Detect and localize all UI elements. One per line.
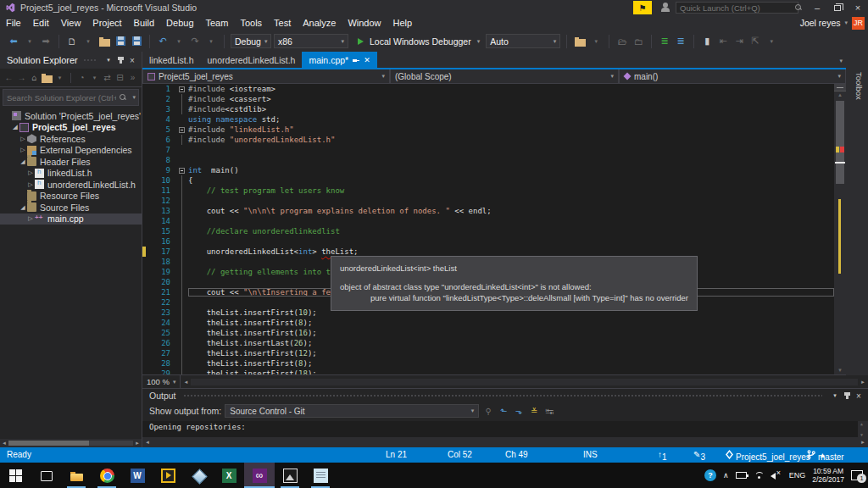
pushes-icon[interactable]: ↑ 1 (658, 450, 662, 459)
code-line-6[interactable]: 6#include "unorderedLinkedList.h" (142, 135, 834, 145)
feedback-flag-icon[interactable]: ⚑ (633, 1, 652, 14)
output-content[interactable]: Opening repositories: (142, 421, 868, 437)
solution-search-box[interactable]: ▾ (3, 89, 139, 106)
se-back-icon[interactable]: ← (3, 72, 14, 84)
output-source-select[interactable]: Source Control - Git▾ (225, 404, 479, 418)
search-options-dropdown-icon[interactable]: ▾ (130, 94, 138, 101)
se-collapse-all-icon[interactable]: ⊟ (114, 72, 125, 84)
signed-in-user[interactable]: Joel reyes (800, 18, 841, 28)
open-file-icon[interactable] (97, 35, 111, 48)
menu-project[interactable]: Project (86, 18, 127, 28)
clear-all-icon[interactable]: ≚ (528, 405, 540, 417)
scope-dropdown[interactable]: (Global Scope) ▾ (390, 69, 619, 84)
restore-button[interactable] (827, 0, 848, 15)
taskbar-3d-builder[interactable] (183, 463, 214, 488)
close-button[interactable]: × (848, 0, 868, 15)
wifi-icon[interactable] (754, 471, 764, 480)
tree-item-linkedlist-h[interactable]: ▷linkedList.h (0, 168, 142, 180)
tab-pin-icon[interactable] (353, 57, 359, 64)
tree-item-solution-project5-joel-reyes-1-pr[interactable]: Solution 'Project5_joel_reyes' (1 pr (0, 110, 142, 122)
code-editor[interactable]: 1#include <iostream>2#include <cassert>3… (142, 84, 868, 374)
se-forward-icon[interactable]: → (16, 72, 27, 84)
code-line-11[interactable]: 11 // test program let users know (142, 186, 834, 196)
collapse-icon[interactable]: ◢ (19, 204, 27, 211)
comment-icon[interactable]: 🗁 (615, 35, 629, 48)
tree-item-project5-joel-reyes[interactable]: ◢Project5_joel_reyes (0, 122, 142, 134)
se-sync-icon[interactable]: ⇄ (102, 72, 113, 84)
menu-help[interactable]: Help (387, 18, 419, 28)
tree-item-main-cpp[interactable]: ▷main.cpp (0, 214, 142, 225)
code-line-5[interactable]: 5#include "linkedList.h" (142, 125, 834, 135)
editor-vscrollbar[interactable]: ▲ ▼ (834, 84, 846, 374)
prev-message-icon[interactable]: ⬑ (498, 405, 509, 417)
code-line-16[interactable]: 16 (142, 236, 834, 247)
find-in-files-icon[interactable] (573, 35, 587, 48)
code-line-25[interactable]: 25 theList.insertFirst(16); (142, 328, 834, 338)
expand-icon[interactable]: ▷ (26, 215, 35, 222)
collapse-icon[interactable]: ◢ (19, 158, 27, 165)
taskbar-file-explorer[interactable] (61, 463, 92, 488)
menu-test[interactable]: Test (268, 18, 297, 28)
solution-search-input[interactable] (3, 93, 120, 103)
tree-item-external-dependencies[interactable]: ▷External Dependencies (0, 145, 142, 157)
toolbox-tab[interactable]: Toolbox (854, 72, 864, 100)
prev-bookmark-icon[interactable]: ⇤ (716, 35, 730, 48)
debug-target-dropdown-icon[interactable]: ▾ (477, 38, 481, 45)
scrollbar-thumb[interactable] (836, 101, 844, 184)
se-switch-views-icon[interactable] (42, 72, 53, 84)
pin-icon[interactable] (114, 54, 126, 66)
se-pending-changes-icon[interactable]: ◔ (76, 72, 87, 84)
user-person-icon[interactable] (660, 3, 670, 13)
code-pane[interactable]: 1#include <iostream>2#include <cassert>3… (142, 84, 834, 374)
tree-item-resource-files[interactable]: Resource Files (0, 191, 142, 202)
quick-launch-box[interactable] (676, 2, 798, 14)
taskbar-vegas[interactable] (153, 463, 183, 488)
fold-collapse-icon[interactable] (175, 84, 188, 94)
output-hscrollbar[interactable]: ◄► (142, 437, 868, 447)
se-views-dropdown-icon[interactable]: ▾ (54, 72, 65, 84)
help-tray-icon[interactable]: ? (704, 469, 716, 481)
clock[interactable]: 10:59 AM 2/26/2017 (812, 467, 844, 484)
clear-bookmarks-icon[interactable]: ⇱ (748, 35, 762, 48)
member-dropdown[interactable]: main() ▾ (619, 69, 846, 84)
se-home-icon[interactable]: ⌂ (29, 72, 40, 84)
taskbar-photos[interactable] (275, 463, 305, 488)
new-file-dropdown-icon[interactable]: ▾ (81, 35, 95, 48)
taskbar-visual-studio[interactable]: ∞ (244, 463, 275, 488)
save-icon[interactable] (114, 35, 127, 48)
bookmark-icon[interactable]: ▮ (700, 35, 714, 48)
taskbar-start[interactable] (0, 463, 31, 488)
se-overflow-icon[interactable]: » (127, 72, 138, 84)
start-debug-label[interactable]: Local Windows Debugger (370, 36, 471, 47)
project-dropdown[interactable]: Project5_joel_reyes ▾ (142, 69, 390, 84)
code-line-13[interactable]: 13 cout << "\n\n\t program explains dele… (142, 206, 834, 216)
tree-item-unorderedlinkedlist-h[interactable]: ▷unorderedLinkedList.h (0, 179, 142, 191)
solution-explorer-hscrollbar[interactable]: ◄ ► (0, 439, 142, 447)
save-all-icon[interactable] (130, 35, 143, 48)
edits-icon[interactable]: ✎ 3 (693, 450, 700, 459)
tab-linkedlist-h[interactable]: linkedList.h (142, 52, 201, 68)
minimize-button[interactable]: – (807, 0, 827, 15)
back-dropdown-icon[interactable]: ▾ (23, 35, 36, 48)
expand-icon[interactable]: ▷ (19, 136, 27, 142)
code-line-3[interactable]: 3#include<cstdlib> (142, 104, 834, 114)
tab-unorderedlinkedlist-h[interactable]: unorderedLinkedList.h (201, 52, 303, 68)
zoom-level-select[interactable]: 100 %▾ (142, 375, 181, 388)
collapse-icon[interactable]: ◢ (11, 124, 19, 130)
code-line-29[interactable]: 29 theList.insertFirst(18); (142, 369, 834, 374)
redo-icon[interactable]: ↷ (188, 35, 202, 48)
battery-icon[interactable] (736, 472, 747, 479)
toolbar-overflow-icon[interactable]: ▾ (765, 35, 778, 48)
navigate-back-icon[interactable]: ⬅ (7, 35, 20, 48)
next-bookmark-icon[interactable]: ⇥ (732, 35, 746, 48)
menu-tools[interactable]: Tools (234, 18, 268, 28)
undo-dropdown-icon[interactable]: ▾ (172, 35, 186, 48)
menu-analyze[interactable]: Analyze (297, 18, 342, 28)
watch-mode-select[interactable]: Auto▾ (486, 34, 560, 48)
branch-indicator[interactable]: master ▴ (807, 450, 825, 459)
editor-hscrollbar[interactable] (191, 379, 858, 385)
expand-icon[interactable]: ▷ (26, 169, 35, 176)
fold-collapse-icon[interactable] (175, 165, 188, 175)
tree-item-references[interactable]: ▷References (0, 133, 142, 145)
code-line-15[interactable]: 15 //declare unorderedlinkedlist (142, 226, 834, 236)
